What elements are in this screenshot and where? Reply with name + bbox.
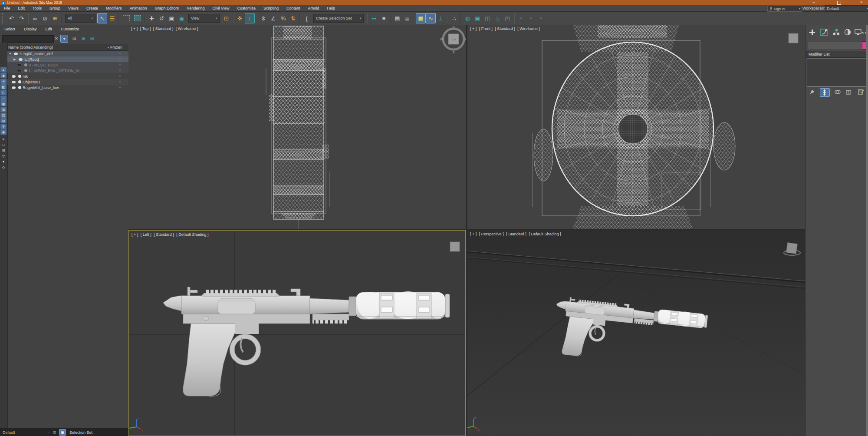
expander-icon[interactable]: ▼ bbox=[9, 52, 13, 55]
node-label[interactable]: 1 - MESH_RAIL_OPTION_IV bbox=[29, 69, 79, 73]
add-to-set-icon[interactable]: ⊞ bbox=[80, 35, 87, 42]
display-hidden-icon[interactable]: ◉ bbox=[0, 129, 7, 135]
frozen-toggle-icon[interactable]: ✳ bbox=[118, 63, 122, 67]
visibility-eye-icon[interactable] bbox=[14, 53, 18, 55]
tab-create[interactable] bbox=[806, 27, 817, 37]
percent-snap-toggle[interactable]: % bbox=[278, 13, 288, 23]
viewport-menu-plus[interactable]: [ + ] bbox=[470, 26, 477, 31]
container-icon[interactable]: ◇ bbox=[0, 165, 7, 170]
column-name-header[interactable]: Name (Sorted Ascending) bbox=[8, 45, 53, 50]
workspace-dropdown[interactable]: Default ▾ bbox=[825, 5, 868, 12]
visibility-eye-icon[interactable] bbox=[12, 75, 16, 78]
edit-named-selection-sets-button[interactable]: { bbox=[302, 13, 312, 23]
undo-button[interactable]: ↶ bbox=[7, 13, 16, 23]
viewport-menu-view[interactable]: [ Front ] bbox=[479, 26, 493, 31]
viewcube-top[interactable]: TOP N E S W bbox=[440, 26, 466, 54]
bind-to-spacewarp-button[interactable]: ≋ bbox=[50, 13, 60, 23]
menu-views[interactable]: Views bbox=[64, 5, 82, 11]
render-setup-button[interactable]: ▣ bbox=[473, 13, 483, 23]
viewport-menu-shading[interactable]: [ Default Shading ] bbox=[529, 232, 561, 236]
sort-ascending-icon[interactable]: ▴ bbox=[107, 46, 109, 49]
keyboard-shortcut-override-toggle[interactable]: ↑ bbox=[245, 13, 255, 23]
display-containers-icon[interactable]: ◰ bbox=[0, 112, 7, 118]
viewport-perspective[interactable]: [ + ] [ Perspective ] [ Standard ] [ Def… bbox=[467, 230, 805, 436]
menu-rendering[interactable]: Rendering bbox=[183, 5, 209, 11]
pin-stack-button[interactable] bbox=[807, 88, 816, 96]
select-and-rotate-button[interactable]: ↺ bbox=[157, 13, 167, 23]
explorer-search-input[interactable] bbox=[2, 35, 54, 43]
select-and-manipulate-button[interactable]: ✜ bbox=[235, 13, 245, 23]
unlink-selection-button[interactable]: ⊘ bbox=[40, 13, 50, 23]
menu-tools[interactable]: Tools bbox=[29, 5, 46, 11]
viewport-menu-view[interactable]: [ Left ] bbox=[141, 232, 151, 237]
expander-icon[interactable]: ▶ bbox=[13, 58, 17, 61]
mirror-button[interactable]: ▸◂ bbox=[369, 13, 379, 23]
viewport-menu-plus[interactable]: [ + ] bbox=[131, 26, 138, 31]
toolbar-grip[interactable] bbox=[2, 13, 5, 23]
frozen-toggle-icon[interactable]: ✳ bbox=[118, 57, 122, 61]
selection-filter-dropdown[interactable]: All ▾ bbox=[65, 14, 95, 23]
layers-icon[interactable]: ≣ bbox=[53, 430, 56, 435]
named-selection-sets-dropdown[interactable]: Create Selection Set ▾ bbox=[313, 14, 364, 23]
render-in-cloud-button[interactable]: ● bbox=[516, 13, 526, 23]
angle-snap-toggle[interactable]: ∠ bbox=[268, 13, 278, 23]
scene-node-row[interactable]: 1 - MESH_RAIL_OPTION_IV ✳ bbox=[7, 68, 128, 73]
viewcube-front[interactable] bbox=[789, 33, 798, 43]
filter-list-icon[interactable]: ▼ bbox=[0, 159, 7, 164]
menu-civil-view[interactable]: Civil View bbox=[209, 5, 233, 11]
menu-edit[interactable]: Edit bbox=[14, 5, 29, 11]
menu-help[interactable]: Help bbox=[323, 5, 339, 11]
frozen-toggle-icon[interactable]: ✳ bbox=[118, 69, 122, 73]
clear-search-icon[interactable]: ✕ bbox=[53, 35, 60, 42]
modifier-list-dropdown[interactable]: Modifier List ▾ bbox=[806, 51, 868, 58]
snapshot-button[interactable]: ∴ bbox=[449, 13, 459, 23]
lock-icon[interactable]: ⊡ bbox=[71, 35, 78, 42]
explorer-menu-edit[interactable]: Edit bbox=[41, 27, 57, 31]
viewport-menu-view[interactable]: [ Top ] bbox=[140, 26, 151, 31]
viewport-menu-plus[interactable]: [ + ] bbox=[132, 232, 138, 237]
window-crossing-toggle[interactable] bbox=[134, 15, 141, 21]
viewport-menu-shading[interactable]: [ Wireframe ] bbox=[176, 26, 198, 31]
rendered-frame-window-button[interactable]: ◫ bbox=[483, 13, 493, 23]
select-and-move-button[interactable]: ✚ bbox=[147, 13, 157, 23]
viewport-menu-renderer[interactable]: [ Standard ] bbox=[153, 26, 174, 31]
explorer-menu-select[interactable]: Select bbox=[0, 27, 20, 31]
menu-customize[interactable]: Customize bbox=[233, 5, 260, 11]
isolate-selection-icon[interactable]: ▣ bbox=[59, 429, 66, 436]
viewcube-perspective[interactable] bbox=[784, 243, 800, 255]
node-label[interactable]: hg00_main1_def bbox=[23, 52, 53, 56]
show-end-result-button[interactable] bbox=[820, 88, 830, 97]
viewport-menu-renderer[interactable]: [ Standard ] bbox=[154, 232, 174, 237]
close-button[interactable]: × bbox=[856, 0, 867, 5]
display-lights-icon[interactable]: ☀ bbox=[0, 79, 7, 84]
frozen-toggle-icon[interactable]: ✳ bbox=[118, 80, 122, 84]
frozen-toggle-icon[interactable]: ✳ bbox=[118, 74, 122, 78]
viewport-menu-plus[interactable]: [ + ] bbox=[470, 232, 477, 236]
configure-modifier-sets-button[interactable] bbox=[856, 88, 865, 96]
tab-motion[interactable] bbox=[842, 27, 853, 37]
expand-all-icon[interactable]: ≡ bbox=[0, 136, 7, 142]
collapse-all-icon[interactable]: □ bbox=[0, 142, 7, 147]
redo-button[interactable]: ↷ bbox=[16, 13, 26, 23]
menu-group[interactable]: Group bbox=[46, 5, 64, 11]
render-production-button[interactable]: ♨ bbox=[493, 13, 503, 23]
select-object-button[interactable]: ↖ bbox=[97, 13, 107, 23]
scene-node-row[interactable]: mk ✳ bbox=[7, 73, 128, 79]
menu-animation[interactable]: Animation bbox=[125, 5, 151, 11]
maximize-button[interactable] bbox=[833, 0, 845, 5]
rectangular-selection-region-button[interactable] bbox=[123, 15, 130, 21]
scene-node-row[interactable]: RugerMIV_base_low ✳ bbox=[7, 85, 128, 90]
toggle-ribbon-button[interactable]: ▦ bbox=[416, 13, 426, 23]
display-geometry-icon[interactable]: ● bbox=[0, 67, 7, 73]
curve-editor-button[interactable]: ∿ bbox=[426, 13, 436, 23]
viewport-left[interactable]: [ + ] [ Left ] [ Standard ] [ Default Sh… bbox=[128, 230, 466, 436]
app-icon[interactable]: 3 bbox=[1, 1, 5, 5]
toggle-scene-explorer-button[interactable]: ▤ bbox=[392, 13, 402, 23]
render-flyout-button[interactable]: ◰ bbox=[503, 13, 513, 23]
menu-create[interactable]: Create bbox=[82, 5, 102, 11]
compass-south[interactable]: S bbox=[453, 51, 455, 54]
visibility-eye-icon[interactable] bbox=[19, 58, 23, 61]
panel-scrollbar[interactable] bbox=[866, 25, 868, 436]
display-materials-icon[interactable]: ◍ bbox=[0, 118, 7, 123]
node-label[interactable]: 0 - MESH_ROOT bbox=[29, 63, 59, 67]
